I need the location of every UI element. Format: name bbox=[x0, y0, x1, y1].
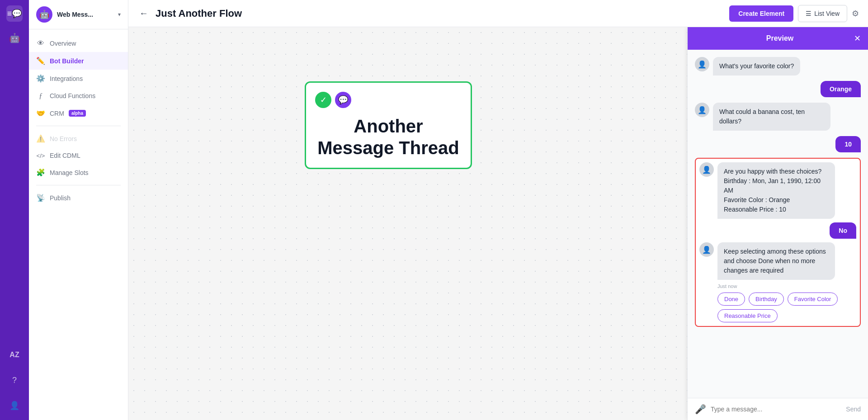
warning-icon: ⚠️ bbox=[36, 134, 45, 143]
sidebar: 🤖 Web Mess... ▾ 👁 Overview ✏️ Bot Builde… bbox=[29, 0, 128, 420]
mic-icon[interactable]: 🎤 bbox=[695, 404, 706, 415]
message-row: No bbox=[699, 222, 856, 239]
bot-bubble: Keep selecting among these options and c… bbox=[717, 242, 835, 280]
sidebar-nav: 👁 Overview ✏️ Bot Builder ⚙️ Integration… bbox=[29, 29, 128, 420]
message-row: Orange bbox=[695, 81, 861, 97]
eye-icon: 👁 bbox=[36, 39, 45, 47]
user-icon[interactable]: 👤 bbox=[5, 396, 24, 415]
quick-replies: Done Birthday Favorite Color Reasonable … bbox=[717, 293, 856, 322]
flow-node[interactable]: ✓ 💬 Another Message Thread bbox=[305, 81, 472, 169]
chat-area: 👤 What's your favorite color? Orange 👤 W… bbox=[688, 50, 868, 398]
divider-2 bbox=[36, 185, 121, 185]
preview-panel: Preview ✕ 👤 What's your favorite color? … bbox=[687, 27, 868, 420]
message-row: 👤 What could a banana cost, ten dollars? bbox=[695, 103, 861, 131]
list-icon: ☰ bbox=[806, 10, 811, 17]
user-bubble: Orange bbox=[821, 81, 861, 97]
help-icon[interactable]: ? bbox=[5, 371, 24, 389]
chat-input-bar: 🎤 Send bbox=[688, 398, 868, 420]
flow-canvas[interactable]: ✓ 💬 Another Message Thread bbox=[128, 27, 687, 420]
check-icon: ✓ bbox=[315, 92, 331, 108]
translate-icon[interactable]: AZ bbox=[5, 346, 24, 364]
edit-icon: ✏️ bbox=[36, 57, 45, 65]
bot-bubble: What's your favorite color? bbox=[713, 57, 800, 76]
timestamp: Just now bbox=[717, 283, 856, 289]
avatar: 👤 bbox=[699, 162, 714, 177]
bot-name: Web Mess... bbox=[57, 11, 113, 18]
puzzle-icon: 🧩 bbox=[36, 168, 45, 177]
chat-bubble-icon: 💬 bbox=[335, 92, 351, 108]
settings-icon[interactable]: ⚙ bbox=[852, 9, 859, 19]
chevron-down-icon[interactable]: ▾ bbox=[118, 11, 121, 18]
avatar: 👤 bbox=[695, 57, 709, 71]
list-view-button[interactable]: ☰ List View bbox=[798, 5, 847, 22]
function-icon: ƒ bbox=[36, 92, 45, 100]
topbar-actions: Create Element ☰ List View ⚙ bbox=[729, 5, 859, 22]
sidebar-item-label: No Errors bbox=[50, 135, 77, 142]
user-bubble: No bbox=[830, 222, 856, 239]
page-title: Just Another Flow bbox=[156, 8, 724, 19]
sidebar-item-overview[interactable]: 👁 Overview bbox=[29, 35, 128, 52]
sidebar-item-cloud-functions[interactable]: ƒ Cloud Functions bbox=[29, 87, 128, 104]
sidebar-header: 🤖 Web Mess... ▾ bbox=[29, 0, 128, 29]
sidebar-item-crm[interactable]: 🤝 CRM alpha bbox=[29, 104, 128, 122]
message-row: 👤 Keep selecting among these options and… bbox=[699, 242, 856, 280]
left-rail: ≡💬 🤖 AZ ? 👤 bbox=[0, 0, 29, 420]
sidebar-item-label: Overview bbox=[50, 40, 76, 47]
message-row: 👤 What's your favorite color? bbox=[695, 57, 861, 76]
sidebar-item-label: Manage Slots bbox=[50, 169, 89, 176]
sidebar-item-integrations[interactable]: ⚙️ Integrations bbox=[29, 70, 128, 87]
sidebar-item-edit-cdml[interactable]: </> Edit CDML bbox=[29, 147, 128, 164]
preview-title: Preview bbox=[706, 34, 854, 42]
message-row: 10 bbox=[695, 136, 861, 152]
sidebar-item-no-errors: ⚠️ No Errors bbox=[29, 130, 128, 147]
main-content: ← Just Another Flow Create Element ☰ Lis… bbox=[128, 0, 868, 420]
avatar: 👤 bbox=[695, 103, 709, 117]
sidebar-item-label: Publish bbox=[50, 194, 71, 202]
preview-header: Preview ✕ bbox=[688, 27, 868, 50]
sidebar-item-label: Edit CDML bbox=[50, 152, 80, 159]
send-button[interactable]: Send bbox=[846, 406, 861, 413]
crm-icon: 🤝 bbox=[36, 109, 45, 118]
divider bbox=[36, 126, 121, 126]
quick-reply-reasonable-price[interactable]: Reasonable Price bbox=[717, 309, 778, 322]
highlighted-section: 👤 Are you happy with these choices? Birt… bbox=[695, 158, 861, 327]
code-icon: </> bbox=[36, 152, 45, 159]
back-button[interactable]: ← bbox=[137, 6, 150, 20]
publish-icon: 📡 bbox=[36, 193, 45, 202]
sidebar-item-label: Integrations bbox=[50, 75, 83, 82]
node-icons: ✓ 💬 bbox=[315, 92, 351, 108]
sidebar-item-label: Bot Builder bbox=[50, 57, 84, 65]
robot-nav-icon[interactable]: 🤖 bbox=[5, 29, 24, 47]
quick-reply-done[interactable]: Done bbox=[717, 293, 745, 306]
alpha-badge: alpha bbox=[69, 110, 86, 117]
quick-reply-favorite-color[interactable]: Favorite Color bbox=[788, 293, 838, 306]
sidebar-item-label: CRM bbox=[50, 110, 64, 117]
create-element-button[interactable]: Create Element bbox=[729, 5, 793, 22]
sidebar-item-manage-slots[interactable]: 🧩 Manage Slots bbox=[29, 164, 128, 181]
avatar: 👤 bbox=[699, 242, 714, 257]
sidebar-item-label: Cloud Functions bbox=[50, 92, 95, 99]
bot-icon: 🤖 bbox=[36, 6, 52, 23]
quick-reply-birthday[interactable]: Birthday bbox=[749, 293, 784, 306]
close-icon[interactable]: ✕ bbox=[854, 33, 861, 43]
app-logo: ≡💬 bbox=[6, 5, 23, 22]
bot-bubble: Are you happy with these choices? Birthd… bbox=[717, 162, 835, 219]
node-title: Another Message Thread bbox=[315, 115, 462, 159]
sidebar-item-publish[interactable]: 📡 Publish bbox=[29, 189, 128, 207]
bot-bubble: What could a banana cost, ten dollars? bbox=[713, 103, 830, 131]
user-bubble: 10 bbox=[835, 136, 861, 152]
integrations-icon: ⚙️ bbox=[36, 74, 45, 83]
message-row: 👤 Are you happy with these choices? Birt… bbox=[699, 162, 856, 219]
topbar: ← Just Another Flow Create Element ☰ Lis… bbox=[128, 0, 868, 27]
sidebar-item-bot-builder[interactable]: ✏️ Bot Builder bbox=[29, 52, 128, 70]
chat-input[interactable] bbox=[711, 406, 841, 413]
